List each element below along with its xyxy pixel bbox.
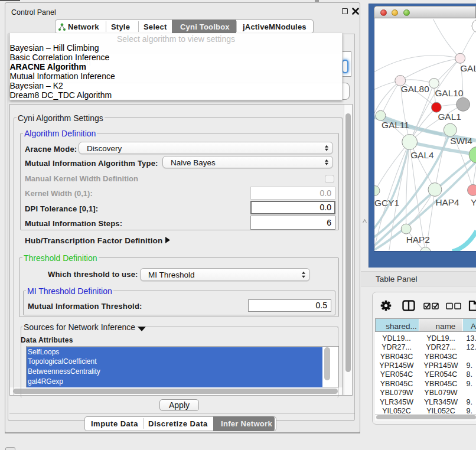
- svg-text:GAL11: GAL11: [382, 120, 409, 130]
- svg-text:GCY1: GCY1: [374, 198, 399, 208]
- svg-text:Y: Y: [471, 197, 476, 207]
- svg-text:GAL4: GAL4: [410, 150, 434, 160]
- svg-text:HAP2: HAP2: [406, 234, 430, 244]
- svg-text:GAL10: GAL10: [435, 88, 463, 98]
- svg-text:HAP4: HAP4: [435, 197, 459, 207]
- svg-text:GAL1: GAL1: [438, 112, 461, 122]
- svg-text:GAL: GAL: [460, 63, 476, 73]
- svg-text:SWI4: SWI4: [450, 136, 472, 146]
- svg-text:GAL80: GAL80: [401, 84, 429, 94]
